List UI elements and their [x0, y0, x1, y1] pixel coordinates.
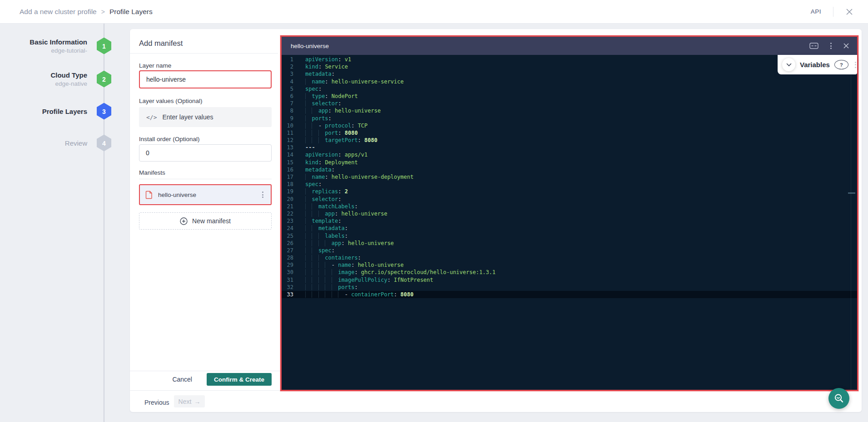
code-line[interactable]: 24 metadata: — [282, 225, 857, 232]
enter-layer-values-button[interactable]: </> Enter layer values — [139, 107, 272, 127]
code-line[interactable]: 21 matchLabels: — [282, 203, 857, 210]
step-sublabel: edge-tutorial- — [30, 47, 87, 54]
next-button-label: Next — [179, 398, 192, 405]
code-line[interactable]: 4 name: hello-universe-service — [282, 78, 857, 85]
code-line[interactable]: 32 ports: — [282, 284, 857, 291]
code-line[interactable]: 2kind: Service — [282, 63, 857, 70]
step-number-badge: 2 — [97, 71, 111, 88]
code-line[interactable]: 25 labels: — [282, 232, 857, 240]
help-beacon-button[interactable] — [828, 388, 849, 409]
previous-button[interactable]: Previous — [142, 398, 172, 407]
split-view-button[interactable] — [809, 42, 818, 49]
enter-layer-values-label: Enter layer values — [162, 113, 213, 121]
line-number: 33 — [282, 291, 293, 298]
panel-actions: Cancel Confirm & Create — [139, 373, 272, 386]
step-label: Basic Information — [30, 38, 87, 46]
code-line[interactable]: 9 ports: — [282, 115, 857, 122]
code-line[interactable]: 6 type: NodePort — [282, 93, 857, 100]
breadcrumb-separator: > — [101, 8, 105, 15]
code-line[interactable]: 8 app: hello-universe — [282, 107, 857, 114]
step-number-badge: 1 — [97, 38, 111, 54]
line-number: 4 — [282, 78, 293, 85]
cancel-button[interactable]: Cancel — [169, 375, 195, 383]
step-label: Cloud Type — [50, 71, 87, 79]
code-line[interactable]: 28 containers: — [282, 254, 857, 261]
install-order-label: Install order (Optional) — [139, 136, 200, 142]
line-number: 9 — [282, 115, 293, 122]
editor-close-button[interactable] — [843, 43, 849, 49]
layer-values-label: Layer values (Optional) — [139, 98, 203, 104]
code-line[interactable]: 1apiVersion: v1 — [282, 56, 857, 63]
manifest-item-label: hello-universe — [158, 191, 255, 198]
line-number: 5 — [282, 85, 293, 93]
stepper-step-cloud-type[interactable]: Cloud Typeedge-native2 — [0, 66, 118, 92]
variables-kebab-menu[interactable] — [853, 60, 858, 70]
line-number: 1 — [282, 56, 293, 63]
line-number: 6 — [282, 93, 293, 100]
confirm-create-button[interactable]: Confirm & Create — [207, 373, 272, 386]
editor-scrollbar[interactable] — [851, 55, 851, 390]
layer-name-label: Layer name — [139, 62, 171, 69]
code-line[interactable]: 17 name: hello-universe-deployment — [282, 173, 857, 181]
code-line[interactable]: 22 app: hello-universe — [282, 210, 857, 217]
line-number: 11 — [282, 129, 293, 137]
code-line[interactable]: 23 template: — [282, 217, 857, 225]
variables-help-button[interactable]: ? — [834, 60, 848, 69]
manifest-kebab-menu[interactable] — [260, 190, 265, 200]
code-line[interactable]: 10 - protocol: TCP — [282, 122, 857, 129]
line-number: 3 — [282, 70, 293, 78]
code-editor-area[interactable]: 1apiVersion: v12kind: Service3metadata:4… — [282, 55, 857, 390]
code-line[interactable]: 12 targetPort: 8080 — [282, 137, 857, 144]
install-order-input[interactable] — [139, 144, 272, 162]
next-button[interactable]: Next → — [174, 395, 205, 407]
line-number: 14 — [282, 151, 293, 158]
code-line[interactable]: 15kind: Deployment — [282, 159, 857, 166]
split-view-icon — [809, 42, 818, 49]
code-line[interactable]: 11 port: 8080 — [282, 129, 857, 137]
stepper-step-basic-information[interactable]: Basic Informationedge-tutorial-1 — [0, 33, 118, 59]
manifest-item-hello-universe[interactable]: hello-universe — [139, 184, 272, 205]
panel-footer-divider — [130, 371, 280, 371]
code-line[interactable]: 20 selector: — [282, 196, 857, 203]
line-number: 32 — [282, 284, 293, 291]
stepper-step-profile-layers[interactable]: Profile Layers3 — [0, 98, 118, 124]
code-lines: 1apiVersion: v12kind: Service3metadata:4… — [282, 56, 857, 298]
code-line[interactable]: 18spec: — [282, 181, 857, 188]
breadcrumb-parent[interactable]: Add a new cluster profile — [20, 8, 97, 16]
code-line[interactable]: 19 replicas: 2 — [282, 188, 857, 195]
variables-collapse-button[interactable] — [782, 58, 795, 71]
line-number: 30 — [282, 269, 293, 276]
step-label: Profile Layers — [42, 108, 87, 115]
editor-header: hello-universe — [282, 37, 857, 55]
code-line[interactable]: 27 spec: — [282, 247, 857, 254]
line-number: 15 — [282, 159, 293, 166]
code-line[interactable]: 14apiVersion: apps/v1 — [282, 151, 857, 158]
code-line[interactable]: 13--- — [282, 144, 857, 151]
code-line[interactable]: 31 imagePullPolicy: IfNotPresent — [282, 276, 857, 284]
step-label: Review — [65, 139, 87, 147]
code-line[interactable]: 16metadata: — [282, 166, 857, 173]
line-number: 22 — [282, 210, 293, 217]
editor-kebab-menu[interactable] — [828, 41, 833, 51]
code-line[interactable]: 29 - name: hello-universe — [282, 261, 857, 269]
code-line[interactable]: 3metadata: — [282, 70, 857, 78]
api-link[interactable]: API — [811, 8, 821, 15]
new-manifest-label: New manifest — [192, 217, 231, 225]
code-line[interactable]: 7 selector: — [282, 100, 857, 107]
stepper-step-review[interactable]: Review4 — [0, 130, 118, 156]
line-number: 26 — [282, 240, 293, 247]
variables-panel: Variables ? — [778, 55, 857, 74]
line-number: 10 — [282, 122, 293, 129]
close-wizard-button[interactable] — [845, 8, 853, 16]
plus-circle-icon — [180, 217, 188, 225]
layer-name-input[interactable] — [139, 70, 272, 88]
code-line[interactable]: 30 image: ghcr.io/spectrocloud/hello-uni… — [282, 269, 857, 276]
manifests-divider — [139, 179, 272, 179]
new-manifest-button[interactable]: New manifest — [139, 212, 272, 230]
line-number: 2 — [282, 63, 293, 70]
code-line[interactable]: 33 - containerPort: 8080 — [282, 291, 857, 298]
add-cluster-profile-page: Add a new cluster profile > Profile Laye… — [0, 0, 868, 422]
code-line[interactable]: 5spec: — [282, 85, 857, 93]
line-number: 28 — [282, 254, 293, 261]
code-line[interactable]: 26 app: hello-universe — [282, 240, 857, 247]
